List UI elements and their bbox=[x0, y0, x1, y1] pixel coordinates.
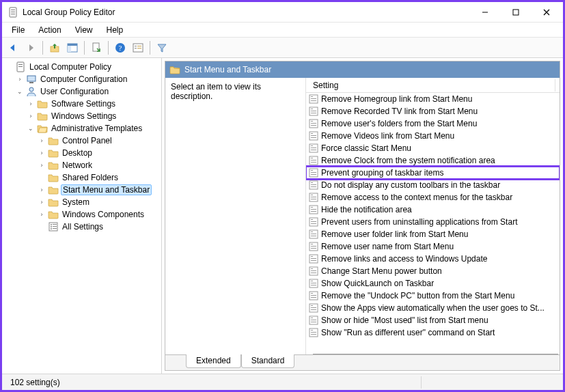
svg-rect-70 bbox=[311, 207, 313, 208]
svg-point-25 bbox=[29, 87, 33, 92]
folder-icon bbox=[48, 172, 59, 183]
setting-item-label: Change Start Menu power button bbox=[321, 266, 442, 276]
svg-rect-87 bbox=[311, 258, 316, 259]
svg-rect-21 bbox=[18, 64, 23, 65]
tree-item[interactable]: ›Network bbox=[36, 159, 161, 171]
svg-rect-11 bbox=[68, 46, 71, 52]
policy-setting-icon bbox=[309, 94, 318, 104]
policy-setting-icon bbox=[309, 143, 318, 153]
policy-setting-icon bbox=[309, 242, 318, 251]
svg-rect-46 bbox=[311, 133, 313, 134]
svg-rect-10 bbox=[68, 44, 77, 46]
setting-item-label: Show QuickLaunch on Taskbar bbox=[321, 279, 434, 288]
chevron-down-icon[interactable]: ⌄ bbox=[16, 87, 24, 96]
setting-item[interactable]: Do not display any custom toolbars in th… bbox=[306, 179, 560, 191]
svg-rect-79 bbox=[311, 234, 316, 234]
setting-item[interactable]: Remove Clock from the system notificatio… bbox=[306, 154, 560, 167]
computer-icon bbox=[26, 74, 37, 85]
policy-setting-icon bbox=[309, 266, 318, 276]
chevron-right-icon bbox=[38, 223, 46, 231]
show-hide-tree-icon[interactable] bbox=[64, 40, 81, 56]
back-icon[interactable] bbox=[5, 40, 21, 56]
menu-action[interactable]: Action bbox=[31, 24, 68, 36]
help-icon[interactable]: ? bbox=[112, 40, 128, 56]
setting-item[interactable]: Remove Recorded TV link from Start Menu bbox=[306, 105, 560, 117]
svg-rect-5 bbox=[513, 10, 519, 15]
chevron-down-icon[interactable]: ⌄ bbox=[27, 124, 35, 132]
settings-list-column: Setting Remove Homegroup link from Start… bbox=[306, 78, 560, 354]
navigation-tree-pane[interactable]: Local Computer Policy›Computer Configura… bbox=[2, 58, 162, 374]
tree-item[interactable]: Shared Folders bbox=[36, 171, 161, 184]
setting-item[interactable]: Show "Run as different user" command on … bbox=[306, 326, 560, 339]
setting-item-label: Force classic Start Menu bbox=[321, 143, 411, 153]
setting-item[interactable]: Prevent grouping of taskbar items bbox=[306, 167, 560, 179]
menu-file[interactable]: File bbox=[5, 24, 31, 36]
tree-item-label: Windows Components bbox=[61, 210, 146, 219]
up-icon[interactable] bbox=[46, 40, 63, 56]
svg-rect-103 bbox=[311, 307, 316, 308]
policy-setting-icon bbox=[309, 205, 318, 214]
export-list-icon[interactable] bbox=[88, 40, 105, 56]
settings-list-header[interactable]: Setting bbox=[306, 78, 560, 93]
tab-extended[interactable]: Extended bbox=[186, 354, 241, 368]
tree-item[interactable]: ›Windows Components bbox=[36, 208, 161, 221]
tree-item[interactable]: Local Computer Policy bbox=[3, 61, 161, 73]
titlebar: Local Group Policy Editor bbox=[2, 2, 563, 23]
tree-item-label: Windows Settings bbox=[50, 111, 118, 121]
menu-view[interactable]: View bbox=[68, 24, 100, 36]
setting-item[interactable]: Show the Apps view automatically when th… bbox=[306, 302, 560, 314]
setting-item[interactable]: Show or hide "Most used" list from Start… bbox=[306, 314, 560, 326]
setting-item-label: Do not display any custom toolbars in th… bbox=[321, 180, 500, 190]
filter-icon[interactable] bbox=[154, 40, 170, 56]
svg-rect-91 bbox=[311, 270, 316, 271]
svg-rect-102 bbox=[311, 305, 313, 306]
tree-item[interactable]: ›Control Panel bbox=[36, 135, 161, 147]
tree-item[interactable]: ›Computer Configuration bbox=[14, 73, 161, 85]
policy-setting-icon bbox=[309, 316, 318, 325]
chevron-down-icon[interactable] bbox=[5, 63, 13, 71]
close-button[interactable] bbox=[531, 3, 562, 22]
setting-item[interactable]: Remove Videos link from Start Menu bbox=[306, 130, 560, 142]
setting-item[interactable]: Remove access to the context menus for t… bbox=[306, 191, 560, 204]
status-spacer bbox=[422, 376, 560, 389]
setting-item[interactable]: Remove the "Undock PC" button from the S… bbox=[306, 290, 560, 302]
setting-item[interactable]: Hide the notification area bbox=[306, 204, 560, 216]
tree-item[interactable]: ›Start Menu and Taskbar bbox=[36, 184, 161, 196]
setting-item[interactable]: Show QuickLaunch on Taskbar bbox=[306, 277, 560, 290]
settings-list[interactable]: Remove Homegroup link from Start MenuRem… bbox=[306, 93, 560, 354]
chevron-right-icon: › bbox=[38, 137, 46, 145]
content-inner: Start Menu and Taskbar Select an item to… bbox=[165, 61, 560, 371]
setting-item[interactable]: Remove user name from Start Menu bbox=[306, 240, 560, 253]
svg-rect-31 bbox=[53, 226, 57, 227]
minimize-button[interactable] bbox=[469, 3, 500, 22]
properties-icon[interactable] bbox=[130, 40, 146, 56]
tree-item[interactable]: ›System bbox=[36, 196, 161, 208]
column-header-setting[interactable]: Setting bbox=[310, 79, 555, 92]
svg-rect-60 bbox=[311, 174, 316, 175]
tree-item[interactable]: ›Windows Settings bbox=[25, 110, 161, 122]
navigation-tree: Local Computer Policy›Computer Configura… bbox=[2, 61, 161, 233]
svg-rect-22 bbox=[18, 66, 23, 67]
tree-item-label: Network bbox=[61, 160, 94, 170]
statusbar: 102 setting(s) bbox=[2, 374, 563, 390]
tree-item[interactable]: ›Software Settings bbox=[25, 98, 161, 110]
forward-icon[interactable] bbox=[23, 40, 39, 56]
svg-rect-74 bbox=[311, 219, 313, 220]
maximize-button[interactable] bbox=[500, 3, 531, 22]
setting-item[interactable]: Remove links and access to Windows Updat… bbox=[306, 253, 560, 265]
svg-rect-55 bbox=[311, 160, 316, 160]
tree-item[interactable]: ›Desktop bbox=[36, 147, 161, 159]
tree-item[interactable]: ⌄User Configuration bbox=[14, 85, 161, 98]
tab-standard[interactable]: Standard bbox=[241, 354, 295, 368]
setting-item[interactable]: Prevent users from uninstalling applicat… bbox=[306, 216, 560, 228]
tree-item[interactable]: ⌄Administrative Templates bbox=[25, 122, 161, 135]
folder-icon bbox=[48, 209, 59, 220]
setting-item[interactable]: Force classic Start Menu bbox=[306, 142, 560, 154]
setting-item[interactable]: Remove user's folders from the Start Men… bbox=[306, 117, 560, 130]
menu-help[interactable]: Help bbox=[100, 24, 130, 36]
setting-item[interactable]: Remove Homegroup link from Start Menu bbox=[306, 93, 560, 105]
setting-item[interactable]: Remove user folder link from Start Menu bbox=[306, 228, 560, 240]
setting-item[interactable]: Change Start Menu power button bbox=[306, 265, 560, 277]
svg-rect-51 bbox=[311, 148, 316, 148]
tree-item[interactable]: All Settings bbox=[36, 221, 161, 233]
